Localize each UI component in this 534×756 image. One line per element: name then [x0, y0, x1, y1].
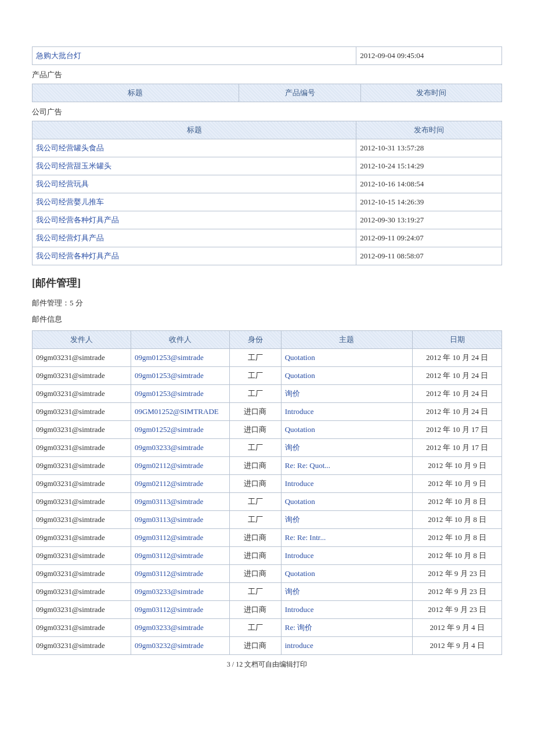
mail-subject-link[interactable]: Re: Re: Intr... — [285, 533, 326, 542]
mail-to-link[interactable]: 09gm02112@simtrade — [135, 479, 203, 488]
mail-from: 09gm03231@simtrade — [33, 601, 131, 619]
top-row-title[interactable]: 急购大批台灯 — [36, 51, 81, 60]
table-row: 我公司经营玩具2012-10-16 14:08:54 — [33, 175, 502, 193]
mail-to-link[interactable]: 09gm01252@simtrade — [135, 425, 204, 434]
table-row: 09gm03231@simtrade09gm02112@simtrade进口商I… — [33, 475, 502, 493]
page-footer: 3 / 12 文档可自由编辑打印 — [32, 660, 502, 669]
mail-to-link[interactable]: 09gm03232@simtrade — [135, 641, 204, 650]
table-row: 09gm03231@simtrade09gm03233@simtrade工厂询价… — [33, 439, 502, 457]
mail-role: 工厂 — [229, 583, 281, 601]
mail-from: 09gm03231@simtrade — [33, 349, 131, 367]
mail-subject-link[interactable]: introduce — [285, 641, 313, 650]
table-row: 09gm03231@simtrade09gm03112@simtrade进口商R… — [33, 529, 502, 547]
mail-subject-link[interactable]: 询价 — [285, 389, 300, 398]
mail-to-link[interactable]: 09gm03112@simtrade — [135, 551, 203, 560]
mail-role: 工厂 — [229, 385, 281, 403]
top-row-table: 急购大批台灯 2012-09-04 09:45:04 — [32, 46, 502, 65]
mail-subject-link[interactable]: Introduce — [285, 551, 314, 560]
mail-subject-link[interactable]: Re: 询价 — [285, 623, 312, 632]
mail-role: 进口商 — [229, 421, 281, 439]
mail-role: 工厂 — [229, 511, 281, 529]
table-row: 我公司经营甜玉米罐头2012-10-24 15:14:29 — [33, 157, 502, 175]
mail-to-link[interactable]: 09gm01253@simtrade — [135, 353, 204, 362]
company-ad-link[interactable]: 我公司经营罐头食品 — [36, 143, 104, 152]
mail-to-link[interactable]: 09gm03233@simtrade — [135, 587, 204, 596]
mail-subject-link[interactable]: Re: Re: Quot... — [285, 461, 330, 470]
mail-subject-link[interactable]: 询价 — [285, 443, 300, 452]
company-ad-table: 标题 发布时间 我公司经营罐头食品2012-10-31 13:57:28我公司经… — [32, 121, 502, 265]
mail-to-link[interactable]: 09gm03233@simtrade — [135, 623, 204, 632]
mail-to-link[interactable]: 09gm01253@simtrade — [135, 389, 204, 398]
table-row: 我公司经营各种灯具产品2012-09-11 08:58:07 — [33, 247, 502, 265]
table-row: 09gm03231@simtrade09gm03112@simtrade进口商Q… — [33, 565, 502, 583]
mail-subject-link[interactable]: Quotation — [285, 353, 315, 362]
mail-date: 2012 年 10 月 17 日 — [413, 439, 502, 457]
table-row: 09gm03231@simtrade09gm01252@simtrade进口商Q… — [33, 421, 502, 439]
table-row: 09gm03231@simtrade09gm03233@simtrade工厂Re… — [33, 619, 502, 637]
mail-subject-link[interactable]: Quotation — [285, 371, 315, 380]
mail-subject-link[interactable]: Quotation — [285, 497, 315, 506]
mail-subject-link[interactable]: 询价 — [285, 515, 300, 524]
table-row: 09gm03231@simtrade09gm03233@simtrade工厂询价… — [33, 583, 502, 601]
mail-subject-link[interactable]: 询价 — [285, 587, 300, 596]
mail-to-link[interactable]: 09gm03233@simtrade — [135, 443, 204, 452]
mail-from: 09gm03231@simtrade — [33, 421, 131, 439]
table-row: 09gm03231@simtrade09gm02112@simtrade进口商R… — [33, 457, 502, 475]
col-code: 产品编号 — [239, 84, 360, 102]
company-ad-link[interactable]: 我公司经营各种灯具产品 — [36, 251, 119, 260]
table-row: 09gm03231@simtrade09gm01253@simtrade工厂Qu… — [33, 349, 502, 367]
company-ad-link[interactable]: 我公司经营玩具 — [36, 179, 89, 188]
mail-date: 2012 年 9 月 23 日 — [413, 583, 502, 601]
mail-from: 09gm03231@simtrade — [33, 637, 131, 655]
company-ad-time: 2012-10-15 14:26:39 — [356, 193, 502, 211]
company-ad-time: 2012-09-30 13:19:27 — [356, 211, 502, 229]
mail-table: 发件人 收件人 身份 主题 日期 09gm03231@simtrade09gm0… — [32, 330, 502, 655]
mail-to-link[interactable]: 09gm03112@simtrade — [135, 533, 203, 542]
company-ad-time: 2012-09-11 09:24:07 — [356, 229, 502, 247]
mail-role: 进口商 — [229, 475, 281, 493]
col-time: 发布时间 — [356, 121, 502, 139]
mail-subject-link[interactable]: Introduce — [285, 605, 314, 614]
mail-role: 进口商 — [229, 601, 281, 619]
mail-to-link[interactable]: 09gm03113@simtrade — [135, 497, 203, 506]
mail-to-link[interactable]: 09gm03112@simtrade — [135, 605, 203, 614]
mail-from: 09gm03231@simtrade — [33, 583, 131, 601]
mail-role: 进口商 — [229, 403, 281, 421]
mail-role: 进口商 — [229, 457, 281, 475]
company-ad-link[interactable]: 我公司经营各种灯具产品 — [36, 215, 119, 224]
col-time: 发布时间 — [361, 84, 502, 102]
product-ad-label: 产品广告 — [32, 70, 502, 80]
mail-role: 进口商 — [229, 547, 281, 565]
table-row: 09gm03231@simtrade09gm03112@simtrade进口商I… — [33, 547, 502, 565]
mail-to-link[interactable]: 09gm03113@simtrade — [135, 515, 203, 524]
company-ad-link[interactable]: 我公司经营甜玉米罐头 — [36, 161, 111, 170]
table-row: 09gm03231@simtrade09gm03112@simtrade进口商I… — [33, 601, 502, 619]
mail-to-link[interactable]: 09gm01253@simtrade — [135, 371, 204, 380]
company-ad-time: 2012-10-24 15:14:29 — [356, 157, 502, 175]
mail-subject-link[interactable]: Quotation — [285, 569, 315, 578]
company-ad-time: 2012-09-11 08:58:07 — [356, 247, 502, 265]
mail-to-link[interactable]: 09gm02112@simtrade — [135, 461, 203, 470]
mail-score: 邮件管理：5 分 — [32, 298, 502, 308]
table-row: 09gm03231@simtrade09gm03113@simtrade工厂询价… — [33, 511, 502, 529]
mail-role: 进口商 — [229, 529, 281, 547]
table-header-row: 发件人 收件人 身份 主题 日期 — [33, 331, 502, 349]
table-row: 09gm03231@simtrade09gm01253@simtrade工厂Qu… — [33, 367, 502, 385]
col-date: 日期 — [413, 331, 502, 349]
mail-from: 09gm03231@simtrade — [33, 385, 131, 403]
col-subject: 主题 — [281, 331, 413, 349]
mail-subject-link[interactable]: Introduce — [285, 407, 314, 416]
mail-role: 进口商 — [229, 637, 281, 655]
table-row: 09gm03231@simtrade09gm03232@simtrade进口商i… — [33, 637, 502, 655]
mail-subject-link[interactable]: Quotation — [285, 425, 315, 434]
mail-to-link[interactable]: 09gm03112@simtrade — [135, 569, 203, 578]
company-ad-link[interactable]: 我公司经营婴儿推车 — [36, 197, 104, 206]
mail-role: 工厂 — [229, 619, 281, 637]
company-ad-link[interactable]: 我公司经营灯具产品 — [36, 233, 104, 242]
mail-to-link[interactable]: 09GM01252@SIMTRADE — [135, 407, 219, 416]
mail-subject-link[interactable]: Introduce — [285, 479, 314, 488]
company-ad-time: 2012-10-16 14:08:54 — [356, 175, 502, 193]
mail-from: 09gm03231@simtrade — [33, 619, 131, 637]
mail-from: 09gm03231@simtrade — [33, 493, 131, 511]
col-to: 收件人 — [131, 331, 229, 349]
